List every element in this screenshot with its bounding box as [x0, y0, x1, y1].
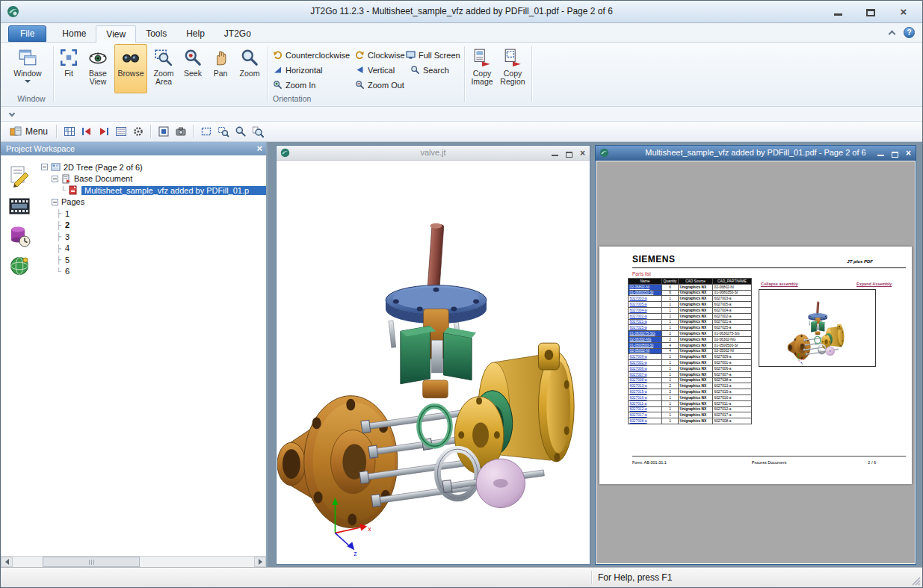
- project-workspace-header[interactable]: Project Workspace ×: [1, 142, 266, 155]
- scroll-left-button[interactable]: [1, 557, 13, 567]
- parts-cell-name[interactable]: 02-05002-NI: [629, 348, 662, 354]
- tree-item-page-2[interactable]: ├2: [56, 220, 266, 232]
- zoom-select-button[interactable]: [214, 123, 232, 140]
- full-screen-button[interactable]: Full Screen: [406, 49, 460, 61]
- parts-cell-name[interactable]: 6027002-a: [629, 313, 662, 319]
- resize-grip-icon[interactable]: [911, 576, 921, 586]
- tab-help[interactable]: Help: [176, 25, 214, 42]
- parts-cell-name[interactable]: 6027007-a: [629, 371, 662, 377]
- valve-window-titlebar[interactable]: valve.jt ×: [277, 146, 590, 161]
- valve-minimize-button[interactable]: [552, 155, 558, 158]
- window-button[interactable]: Window: [7, 44, 49, 93]
- base-view-button[interactable]: Base View: [83, 44, 113, 93]
- counterclockwise-button[interactable]: Counterclockwise: [273, 49, 350, 61]
- search-button[interactable]: Search: [410, 64, 449, 76]
- panel-close-button[interactable]: ×: [256, 142, 262, 155]
- valve-maximize-button[interactable]: [566, 152, 572, 158]
- tree-item-page-5[interactable]: ├5: [56, 254, 266, 266]
- parts-cell-name[interactable]: 6027012-a: [629, 406, 662, 412]
- parts-cell-name[interactable]: 6027013-a: [629, 383, 662, 389]
- select-region-button[interactable]: [197, 123, 214, 140]
- snapshot-button[interactable]: [172, 123, 189, 140]
- assembly-thumbnail[interactable]: [759, 289, 876, 367]
- parts-cell-name[interactable]: 6027015-a: [629, 389, 662, 395]
- web-globe-icon[interactable]: [7, 253, 32, 279]
- collapse-expander-icon[interactable]: [52, 199, 58, 205]
- page-grid-button[interactable]: [61, 123, 78, 140]
- tree-item-page-6[interactable]: └6: [56, 266, 266, 278]
- parts-cell-name[interactable]: 6027009-a: [629, 354, 662, 360]
- parts-cell-name[interactable]: 6027003-a: [629, 296, 662, 302]
- zoom-area-button[interactable]: Zoom Area: [149, 44, 179, 93]
- parts-cell-name[interactable]: 6027004-a: [629, 307, 662, 313]
- tab-tools[interactable]: Tools: [136, 25, 176, 42]
- parts-cell-name[interactable]: 02-06302-NG: [629, 336, 662, 342]
- fit-button[interactable]: Fit: [56, 44, 81, 93]
- fit-window-button[interactable]: [155, 123, 172, 140]
- tree-item-2d-tree[interactable]: 2D Tree (Page 2 of 6): [38, 161, 266, 173]
- collapse-expander-icon[interactable]: [52, 176, 58, 182]
- workspace-horizontal-scrollbar[interactable]: [1, 556, 266, 567]
- pdf-window-titlebar[interactable]: Multisheet_sample_vfz added by PDFill_01…: [596, 146, 916, 161]
- help-button[interactable]: ?: [904, 27, 915, 38]
- parts-cell-name[interactable]: 6027006-a: [629, 365, 662, 371]
- parts-cell-name[interactable]: 6027008-a: [629, 418, 662, 424]
- materials-icon[interactable]: [7, 223, 32, 249]
- expand-strip-icon[interactable]: [9, 111, 15, 117]
- parts-cell-name[interactable]: 6027038-a: [629, 377, 662, 383]
- scrollbar-thumb[interactable]: [43, 557, 140, 567]
- zoom-button[interactable]: Zoom: [235, 44, 264, 93]
- pdf-close-button[interactable]: ×: [906, 149, 911, 158]
- clockwise-button[interactable]: Clockwise: [355, 49, 405, 61]
- model-views-icon[interactable]: [7, 194, 32, 219]
- parts-cell-name[interactable]: 6027021-a: [629, 319, 662, 325]
- magnifier-button[interactable]: [232, 123, 249, 140]
- next-page-button[interactable]: [95, 123, 112, 140]
- tree-item-pages[interactable]: Pages: [38, 196, 266, 208]
- expand-assembly-link[interactable]: Expand Assembly: [856, 282, 892, 286]
- tree-item-base-document[interactable]: Base Document: [38, 173, 266, 185]
- parts-cell-name[interactable]: 6027017-a: [629, 412, 662, 418]
- minimize-button[interactable]: [830, 4, 846, 18]
- maximize-button[interactable]: [862, 4, 879, 18]
- zoom-out-button[interactable]: Zoom Out: [355, 78, 404, 91]
- tab-jt2go[interactable]: JT2Go: [214, 25, 261, 42]
- parts-cell-name[interactable]: 6027025-a: [629, 325, 662, 331]
- collapse-expander-icon[interactable]: [41, 164, 48, 170]
- parts-cell-name[interactable]: 01-0630275-SG: [629, 331, 662, 337]
- copy-region-button[interactable]: Copy Region: [498, 44, 527, 93]
- valve-close-button[interactable]: ×: [580, 149, 585, 158]
- collapse-assembly-link[interactable]: Collapse assembly: [761, 282, 798, 286]
- pdf-minimize-button[interactable]: [877, 155, 884, 158]
- parts-cell-name[interactable]: 02-06802-NI: [629, 284, 662, 290]
- tree-item-document[interactable]: └ Multisheet_sample_vfz added by PDFill_…: [38, 185, 266, 196]
- tab-view[interactable]: View: [96, 25, 136, 43]
- horizontal-button[interactable]: Horizontal: [273, 64, 323, 76]
- close-button[interactable]: ×: [895, 4, 912, 18]
- tree-item-page-3[interactable]: ├3: [56, 231, 266, 243]
- parts-cell-name[interactable]: 01-0680350-SI: [629, 290, 662, 296]
- page-list-button[interactable]: [112, 123, 129, 140]
- pdf-viewport[interactable]: SIEMENS JT plus PDF Parts list Name Quan…: [596, 161, 915, 563]
- valve-3d-viewport[interactable]: x z: [277, 161, 589, 563]
- tab-file[interactable]: File: [8, 25, 46, 42]
- previous-page-button[interactable]: [78, 123, 95, 140]
- parts-cell-name[interactable]: 01-0500500-SI: [629, 342, 662, 348]
- vertical-button[interactable]: Vertical: [355, 64, 395, 76]
- browse-button[interactable]: Browse: [114, 44, 147, 93]
- tree-item-page-4[interactable]: ├4: [56, 243, 266, 255]
- scroll-right-button[interactable]: [254, 557, 266, 567]
- parts-cell-name[interactable]: 6027001-a: [629, 360, 662, 366]
- tree-item-page-1[interactable]: ├1: [56, 208, 266, 220]
- tab-home[interactable]: Home: [52, 25, 96, 42]
- parts-cell-name[interactable]: 6027005-a: [629, 302, 662, 308]
- markup-2d-icon[interactable]: [7, 164, 32, 189]
- zoom-in-button[interactable]: Zoom In: [273, 78, 315, 91]
- pan-button[interactable]: Pan: [207, 44, 234, 93]
- seek-button[interactable]: Seek: [180, 44, 206, 93]
- collapse-ribbon-icon[interactable]: [889, 31, 896, 38]
- pdf-maximize-button[interactable]: [892, 152, 898, 158]
- parts-cell-name[interactable]: 6027011-a: [629, 400, 662, 406]
- settings-button[interactable]: [129, 123, 146, 140]
- copy-image-button[interactable]: Copy Image: [469, 44, 496, 93]
